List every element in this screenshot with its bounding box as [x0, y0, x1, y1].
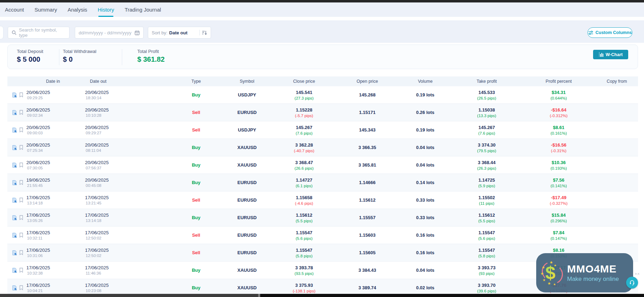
open-price: 3 389.74	[359, 285, 376, 290]
dollar-stars-logo: ★ ★ ★ ★ ★ ★ ★ $	[540, 259, 565, 286]
time-in-value: 07:25:34	[26, 148, 50, 153]
note-document-icon[interactable]	[12, 180, 17, 185]
time-in-value: 13:05:26	[26, 218, 50, 223]
col-close-price[interactable]: Close price	[272, 76, 336, 86]
open-price: 1.15557	[359, 215, 376, 220]
table-row[interactable]: 20/06/2025 07:25:34 20/06/2025 08:11:04 …	[7, 139, 638, 156]
col-date-out[interactable]: Date out	[83, 76, 171, 86]
tab-analysis[interactable]: Analysis	[67, 2, 87, 17]
trade-type: Buy	[192, 268, 201, 273]
copy-from-cell	[596, 121, 638, 139]
copy-from-cell	[596, 104, 638, 121]
support-chat-button[interactable]	[626, 277, 638, 289]
close-price: 145.267	[296, 125, 313, 130]
table-row[interactable]: 20/06/2025 09:29:25 20/06/2025 18:30:14 …	[7, 86, 638, 104]
take-profit-pips: (39.6 pips)	[477, 289, 496, 293]
search-placeholder: Search for symbol, type	[19, 27, 66, 38]
stat-divider	[122, 49, 122, 65]
bookmark-icon[interactable]	[19, 197, 24, 203]
copy-from-cell	[596, 191, 638, 209]
bookmark-icon[interactable]	[19, 110, 24, 115]
volume-value: 0.02 lots	[416, 285, 434, 290]
col-copy-from[interactable]: Copy from	[596, 76, 638, 86]
col-symbol[interactable]: Symbol	[222, 76, 272, 86]
bookmark-icon[interactable]	[19, 127, 24, 133]
wchart-button[interactable]: W-Chart	[593, 50, 628, 59]
table-row[interactable]: 20/06/2025 07:30:05 20/06/2025 07:56:37 …	[7, 156, 638, 174]
horizontal-scrollbar[interactable]	[0, 294, 644, 297]
profit-percent: (-0.312%)	[550, 114, 568, 118]
trading-history-page: Account Summary Analysis History Trading…	[0, 0, 644, 297]
close-pips: (-4.6 pips)	[295, 201, 313, 205]
calendar-icon[interactable]: 12	[134, 30, 140, 35]
bookmark-icon[interactable]	[19, 232, 24, 238]
note-document-icon[interactable]	[12, 215, 17, 221]
take-profit-value: 3 368.44	[478, 160, 496, 165]
bookmark-icon[interactable]	[19, 162, 24, 168]
trade-symbol: USDJPY	[238, 92, 256, 97]
table-row[interactable]: 20/06/2025 09:00:03 20/06/2025 09:29:27 …	[7, 121, 638, 139]
sort-control[interactable]: Sort by: Date out	[148, 27, 211, 39]
svg-text:★: ★	[540, 271, 544, 276]
note-document-icon[interactable]	[12, 285, 17, 291]
sort-icon[interactable]	[202, 30, 207, 35]
note-document-icon[interactable]	[12, 268, 17, 273]
col-type[interactable]: Type	[171, 76, 222, 86]
note-document-icon[interactable]	[12, 92, 17, 98]
note-document-icon[interactable]	[12, 197, 17, 203]
tab-trading-journal[interactable]: Trading Journal	[125, 2, 161, 17]
profit-percent: (-0.327%)	[550, 201, 568, 205]
table-row[interactable]: 17/06/2025 10:32:11 17/06/2025 12:50:02 …	[7, 227, 638, 244]
custom-columns-button[interactable]: Custom Columns	[587, 27, 632, 38]
take-profit-pips: (26.5 pips)	[477, 96, 496, 100]
close-pips: (5.8 pips)	[296, 254, 313, 258]
col-profit-percent[interactable]: Profit percent	[522, 76, 596, 86]
date-out-value: 20/06/2025	[85, 160, 109, 165]
profit-percent: (0.147%)	[551, 236, 567, 241]
bookmark-icon[interactable]	[19, 145, 24, 150]
close-pips: (26.6 pips)	[295, 166, 314, 170]
tab-history[interactable]: History	[98, 2, 114, 17]
note-document-icon[interactable]	[12, 162, 17, 168]
table-row[interactable]: 17/06/2025 13:14:18 17/06/2025 13:21:45 …	[7, 191, 638, 209]
bookmark-icon[interactable]	[19, 285, 24, 290]
col-take-profit[interactable]: Take profit	[452, 76, 522, 86]
note-document-icon[interactable]	[12, 110, 17, 115]
search-input[interactable]: Search for symbol, type	[8, 27, 70, 39]
date-in-value: 17/06/2025	[26, 195, 50, 200]
table-row[interactable]: 17/06/2025 13:05:26 17/06/2025 13:14:18 …	[7, 209, 638, 227]
date-in-value: 17/06/2025	[26, 212, 50, 218]
note-document-icon[interactable]	[12, 232, 17, 238]
col-volume[interactable]: Volume	[399, 76, 452, 86]
profit-percent: (-0.31%)	[551, 149, 566, 153]
date-range-input[interactable]: dd/mm/yyyy - dd/mm/yyyy 12	[75, 27, 144, 39]
note-document-icon[interactable]	[12, 145, 17, 150]
note-document-icon[interactable]	[12, 250, 17, 256]
bookmark-icon[interactable]	[19, 92, 24, 97]
col-date-in[interactable]: Date in	[7, 76, 83, 86]
trade-symbol: EURUSD	[237, 110, 257, 115]
time-out-value: 00:45:08	[85, 183, 109, 188]
search-icon	[12, 30, 17, 35]
tab-account[interactable]: Account	[5, 2, 24, 17]
scrollbar-thumb[interactable]	[0, 294, 258, 297]
bookmark-icon[interactable]	[19, 180, 24, 185]
col-open-price[interactable]: Open price	[336, 76, 399, 86]
bookmark-icon[interactable]	[19, 215, 24, 220]
date-out-value: 20/06/2025	[85, 107, 109, 113]
table-row[interactable]: 19/06/2025 21:55:45 20/06/2025 00:45:08 …	[7, 174, 638, 191]
date-in-value: 17/06/2025	[26, 265, 50, 270]
date-in-value: 20/06/2025	[26, 90, 50, 95]
tab-summary[interactable]: Summary	[34, 2, 57, 17]
trade-type: Sell	[192, 232, 200, 238]
take-profit-value: 1.15547	[479, 230, 495, 235]
left-edge-tab[interactable]	[0, 26, 4, 39]
stat-value: $ 0	[63, 55, 96, 63]
watermark-subtitle: Make money online	[567, 276, 619, 283]
open-price: 1.15603	[359, 232, 376, 238]
note-document-icon[interactable]	[12, 127, 17, 133]
bookmark-icon[interactable]	[19, 250, 24, 255]
date-in-value: 20/06/2025	[26, 160, 50, 165]
bookmark-icon[interactable]	[19, 268, 24, 273]
table-row[interactable]: 20/06/2025 09:02:34 20/06/2025 10:10:28 …	[7, 104, 638, 121]
